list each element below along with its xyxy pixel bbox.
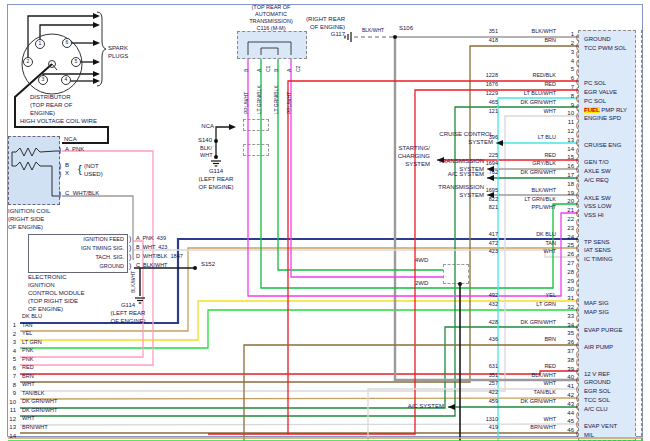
- pin-function-label: TCC PWM SOL: [584, 45, 626, 52]
- pin-number: 20: [567, 198, 574, 205]
- left-row-number: 6: [13, 365, 16, 372]
- pin-bracket: (: [576, 86, 578, 93]
- circuit-number: 423: [489, 248, 498, 254]
- splice-dot: [458, 282, 462, 286]
- pin-function-label: MIL: [584, 432, 594, 439]
- wire-color-label: RED: [544, 363, 556, 369]
- system-ref-label: CRUISE CONTROL: [439, 131, 493, 138]
- left-row-number: 10: [9, 399, 16, 406]
- circuit-number: 432: [489, 301, 498, 307]
- left-row-wire-name: LT GRN: [22, 339, 42, 345]
- circuit-number: 436: [489, 336, 498, 342]
- system-ref-label: A/C SYSTEM: [448, 171, 484, 178]
- pin-bracket: (: [576, 385, 578, 392]
- circuit-number: 465: [489, 99, 498, 105]
- left-row-number: 9: [13, 390, 16, 397]
- circuit-number: 419: [489, 424, 498, 430]
- pin-number: 37: [567, 348, 574, 355]
- pin-function-label: AIR PUMP: [584, 344, 613, 351]
- wire: [40, 166, 60, 196]
- splice-dot: [214, 155, 218, 159]
- g117-label: OF ENGINE): [310, 24, 345, 31]
- pin-function-label: EVAP VENT: [584, 423, 617, 430]
- pin-bracket: (: [576, 270, 578, 277]
- wire: [261, 48, 278, 55]
- left-row-number: 11: [10, 407, 16, 414]
- ground-label: (LEFT REAR: [111, 310, 146, 317]
- pin-bracket: ): [129, 244, 131, 252]
- wire-color-label: LT BLU/WHT: [524, 90, 556, 96]
- circuit-number: 351: [489, 372, 498, 378]
- wire-color-label: BLK/WHT: [532, 187, 556, 193]
- ground-label: OF ENGINE): [110, 318, 145, 325]
- arrow-right-icon: [93, 22, 100, 28]
- c116-wire-label: PPL/WHT: [244, 92, 250, 114]
- left-row-number: 1: [13, 322, 16, 329]
- pin-number: 25: [567, 242, 574, 249]
- wire-color-label: BLK/WHT: [532, 372, 556, 378]
- 2wd-label: 2WD: [415, 280, 428, 287]
- left-row-wire-name: DK GRN/WHT: [22, 407, 57, 413]
- pin-number: 28: [567, 269, 574, 276]
- wire: [40, 151, 60, 152]
- ignition-coil-label: IGNITION COIL: [8, 208, 50, 215]
- brace: {: [78, 163, 82, 176]
- pin-function-label: EVAP PURGE: [584, 327, 622, 334]
- left-row-number: 5: [13, 356, 16, 363]
- pin-number: 15: [567, 154, 574, 161]
- pin-number: 42: [567, 392, 574, 399]
- c116-wire-label: LT GRN/BLK: [274, 85, 280, 114]
- left-row-wire-name: BRN: [22, 373, 34, 379]
- pin-bracket: (: [576, 420, 578, 427]
- pin-number: 44: [567, 410, 574, 417]
- pin-bracket: (: [576, 235, 578, 242]
- pin-bracket: (: [576, 288, 578, 295]
- ecm-row-label: IGNITION FEED: [83, 236, 124, 242]
- pin-bracket: (: [576, 130, 578, 137]
- pin-bracket: ): [129, 262, 131, 270]
- terminal-number: 1: [39, 41, 42, 47]
- circuit-number: 459: [489, 398, 498, 404]
- pin-bracket: (: [576, 350, 578, 357]
- splice-label: S106: [399, 25, 413, 32]
- ground-label: (LEFT REAR: [199, 176, 234, 183]
- pin-bracket: (: [576, 50, 578, 57]
- splice-dot: [193, 266, 197, 270]
- wire-color-label: WHT: [543, 416, 556, 422]
- ground-wire-label: WHT: [200, 152, 213, 158]
- g117-label: G117: [331, 31, 345, 38]
- pin-function-label: MAP SIG: [584, 309, 609, 316]
- ground-label: G114: [209, 168, 223, 175]
- pin-function-label: TP SENS: [584, 239, 610, 246]
- c116-pin-letter: B: [274, 69, 280, 72]
- pin-number: 4: [571, 58, 574, 65]
- pin-bracket: (: [576, 314, 578, 321]
- pin-number: 45: [567, 418, 574, 425]
- wire: [248, 42, 291, 55]
- pin-number: 46: [567, 427, 574, 434]
- ecm-pin-label: C BLK/WHT: [136, 262, 167, 268]
- pin-bracket: (: [576, 297, 578, 304]
- left-row-wire-name: PNK: [22, 347, 33, 353]
- hv-coil-wire-label: HIGH VOLTAGE COIL WIRE: [20, 118, 97, 125]
- circuit-number: 351: [489, 28, 498, 34]
- pin-function-label: GROUND: [584, 36, 611, 43]
- pin-number: 14: [567, 146, 574, 153]
- pin-number: 13: [567, 137, 574, 144]
- circuit-number: 428: [489, 319, 498, 325]
- wire: [216, 127, 230, 158]
- pin-number: 23: [567, 225, 574, 232]
- ecm-row-label: IGN TIMING SIG.: [81, 245, 124, 251]
- left-row-wire-name: RED: [22, 364, 34, 370]
- pin-bracket: ): [59, 190, 61, 198]
- left-row-number: 12: [9, 416, 16, 423]
- pin-number: 43: [567, 401, 574, 408]
- pin-number: 11: [568, 119, 574, 126]
- left-row-number: 14: [9, 433, 16, 440]
- circuit-number: 1694: [486, 160, 498, 166]
- left-row-number: 3: [13, 339, 16, 346]
- pin-bracket: ): [129, 253, 131, 261]
- pin-number: 5: [571, 66, 574, 73]
- pin-bracket: (: [576, 244, 578, 251]
- pin-bracket: (: [576, 323, 578, 330]
